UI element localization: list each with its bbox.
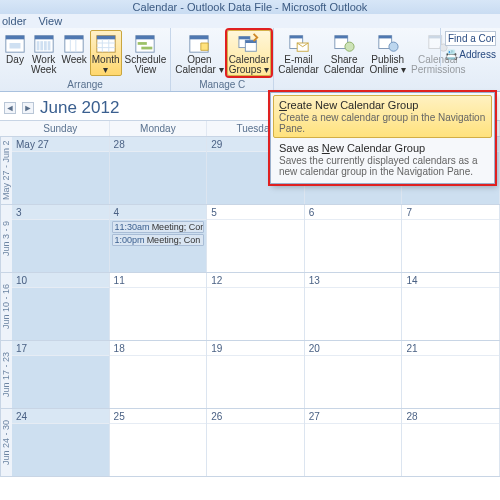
day-number: 20: [305, 341, 402, 356]
day-number: 18: [110, 341, 207, 356]
day-cell[interactable]: 12: [207, 273, 305, 340]
calendar-week-icon: [63, 32, 85, 54]
next-month-button[interactable]: ►: [22, 102, 34, 114]
week-button[interactable]: Week: [59, 30, 88, 76]
day-cell[interactable]: 5: [207, 205, 305, 272]
day-number: 26: [207, 409, 304, 424]
day-number: 12: [207, 273, 304, 288]
calendar-event[interactable]: 1:00pmMeeting; Con: [112, 234, 205, 246]
group-label-share: [276, 89, 467, 91]
day-cell[interactable]: 411:30amMeeting; Con1:00pmMeeting; Con: [110, 205, 208, 272]
svg-rect-7: [44, 41, 47, 50]
day-cell[interactable]: 25: [110, 409, 208, 476]
day-cell[interactable]: 3: [12, 205, 110, 272]
svg-point-34: [345, 42, 354, 51]
address-book-button[interactable]: 📇 Address B: [445, 49, 496, 60]
publish-online-icon: [377, 32, 399, 54]
group-label-arrange: Arrange: [2, 78, 168, 91]
create-new-calendar-group-item[interactable]: Create New Calendar Group Create a new c…: [273, 95, 492, 138]
svg-rect-10: [65, 36, 83, 40]
menu-item-description: Create a new calendar group in the Navig…: [279, 112, 486, 134]
day-number: 7: [402, 205, 499, 220]
day-cell[interactable]: 27: [305, 409, 403, 476]
day-cell[interactable]: 21: [402, 341, 500, 408]
calendar-groups-icon: [238, 32, 260, 54]
day-cell[interactable]: 18: [110, 341, 208, 408]
day-cell[interactable]: May 27: [12, 137, 110, 204]
day-cell[interactable]: 28: [402, 409, 500, 476]
ribbon-group-arrange: Day Work Week Week Month ▾ Schedule View…: [0, 28, 171, 91]
day-number: 10: [12, 273, 109, 288]
day-cell[interactable]: 19: [207, 341, 305, 408]
calendar-month-icon: [95, 32, 117, 54]
day-cell[interactable]: 20: [305, 341, 403, 408]
day-number: 28: [402, 409, 499, 424]
open-calendar-icon: [188, 32, 210, 54]
share-calendar-button[interactable]: Share Calendar: [322, 30, 367, 75]
day-number: 24: [12, 409, 109, 424]
day-cell[interactable]: 17: [12, 341, 110, 408]
week-label: Jun 10 - 16: [0, 273, 12, 340]
calendar-day-icon: [4, 32, 26, 54]
svg-rect-6: [40, 41, 43, 50]
week-label: Jun 3 - 9: [0, 205, 12, 272]
day-number: 13: [305, 273, 402, 288]
day-number: 21: [402, 341, 499, 356]
find-contact-input[interactable]: Find a Cont: [445, 31, 496, 46]
ribbon-tabs: older View: [0, 14, 500, 28]
menu-item-description: Saves the currently displayed calendars …: [279, 155, 486, 177]
day-cell[interactable]: 10: [12, 273, 110, 340]
ribbon: Day Work Week Week Month ▾ Schedule View…: [0, 28, 500, 92]
month-button[interactable]: Month ▾: [90, 30, 122, 76]
ribbon-tab-view[interactable]: View: [38, 15, 62, 27]
day-cell[interactable]: 7: [402, 205, 500, 272]
day-cell[interactable]: 26: [207, 409, 305, 476]
svg-point-37: [389, 42, 398, 51]
day-button[interactable]: Day: [2, 30, 28, 76]
window-title: Calendar - Outlook Data File - Microsoft…: [0, 0, 500, 14]
group-label-manage: Manage C: [173, 78, 271, 91]
day-cell[interactable]: 24: [12, 409, 110, 476]
day-number: 11: [110, 273, 207, 288]
dow-sunday: Sunday: [12, 121, 110, 136]
day-cell[interactable]: 13: [305, 273, 403, 340]
publish-online-button[interactable]: Publish Online ▾: [367, 30, 408, 75]
prev-month-button[interactable]: ◄: [4, 102, 16, 114]
day-cell[interactable]: 11: [110, 273, 208, 340]
svg-rect-26: [239, 37, 250, 40]
svg-rect-24: [190, 36, 208, 40]
ribbon-tab-folder[interactable]: older: [2, 15, 26, 27]
day-cell[interactable]: 6: [305, 205, 403, 272]
day-number: 17: [12, 341, 109, 356]
day-number: May 27: [12, 137, 109, 152]
day-cell[interactable]: 28: [110, 137, 208, 204]
calendar-groups-button[interactable]: Calendar Groups ▾: [227, 30, 272, 76]
email-calendar-button[interactable]: E-mail Calendar: [276, 30, 321, 75]
day-number: 28: [110, 137, 207, 152]
save-as-new-calendar-group-item[interactable]: Save as New Calendar Group Saves the cur…: [273, 138, 492, 181]
svg-rect-14: [97, 36, 115, 40]
day-number: 6: [305, 205, 402, 220]
work-week-button[interactable]: Work Week: [29, 30, 58, 76]
calendar-event[interactable]: 11:30amMeeting; Con: [112, 221, 205, 233]
calendar-workweek-icon: [33, 32, 55, 54]
day-number: 19: [207, 341, 304, 356]
day-number: 27: [305, 409, 402, 424]
svg-rect-1: [6, 36, 24, 40]
week-label: Jun 24 - 30: [0, 409, 12, 476]
svg-rect-8: [47, 41, 50, 50]
schedule-view-icon: [134, 32, 156, 54]
dow-monday: Monday: [110, 121, 208, 136]
day-cell[interactable]: 14: [402, 273, 500, 340]
schedule-view-button[interactable]: Schedule View: [123, 30, 169, 76]
open-calendar-button[interactable]: Open Calendar ▾: [173, 30, 225, 76]
calendar-groups-dropdown: Create New Calendar Group Create a new c…: [270, 92, 495, 184]
svg-rect-4: [35, 36, 53, 40]
email-calendar-icon: [288, 32, 310, 54]
ribbon-group-manage: Open Calendar ▾ Calendar Groups ▾ Manage…: [171, 28, 274, 91]
week-label: May 27 - Jun 2: [0, 137, 12, 204]
svg-rect-22: [142, 47, 153, 50]
svg-rect-2: [10, 43, 21, 49]
svg-rect-21: [138, 42, 147, 45]
month-heading: June 2012: [40, 98, 119, 118]
